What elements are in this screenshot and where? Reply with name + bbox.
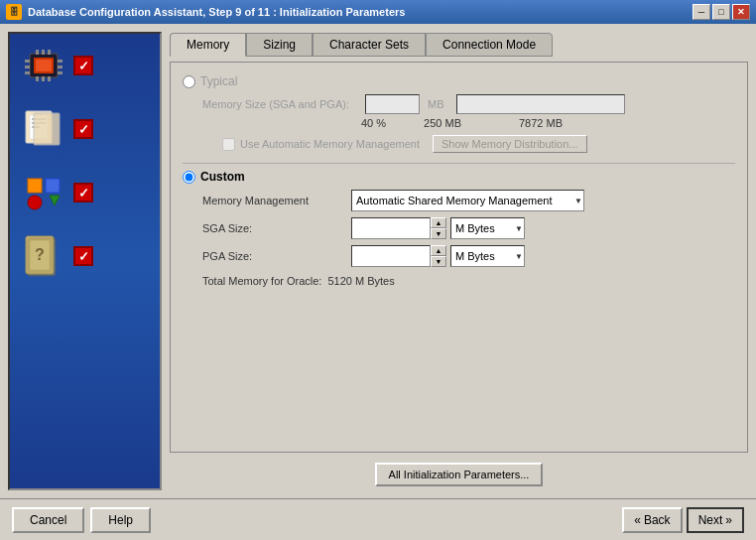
svg-rect-6 <box>36 76 39 81</box>
tab-bar: Memory Sizing Character Sets Connection … <box>170 32 748 56</box>
left-panel: ✓ ✓ <box>8 32 162 490</box>
check-icon-2: ✓ <box>73 119 93 139</box>
tab-charsets[interactable]: Character Sets <box>313 33 426 57</box>
memory-size-row: Memory Size (SGA and PGA): 3148 MB <box>202 94 735 114</box>
left-item-chip: ✓ <box>20 44 150 87</box>
chip-icon <box>20 44 67 87</box>
auto-memory-row: Use Automatic Memory Management Show Mem… <box>222 135 735 153</box>
sga-unit-select[interactable]: M Bytes G Bytes <box>450 217 525 239</box>
svg-rect-14 <box>58 71 63 74</box>
svg-rect-12 <box>58 60 63 63</box>
svg-rect-9 <box>25 60 30 63</box>
tab-memory-content: Typical Memory Size (SGA and PGA): 3148 … <box>170 62 748 453</box>
next-button[interactable]: Next » <box>687 507 744 533</box>
svg-rect-13 <box>58 66 63 68</box>
window-controls: ─ □ ✕ <box>693 4 750 20</box>
svg-rect-10 <box>25 66 30 68</box>
sga-label: SGA Size: <box>202 222 351 234</box>
svg-rect-22 <box>46 179 60 193</box>
svg-rect-11 <box>25 71 30 74</box>
percent-value: 40 % <box>361 117 386 129</box>
custom-radio-label[interactable]: Custom <box>183 170 735 184</box>
sga-unit-wrapper: M Bytes G Bytes <box>446 217 525 239</box>
memory-size-label: Memory Size (SGA and PGA): <box>202 98 361 110</box>
sga-down-btn[interactable]: ▼ <box>431 228 446 239</box>
right-panel: Memory Sizing Character Sets Connection … <box>170 32 748 490</box>
svg-rect-21 <box>28 179 42 193</box>
svg-rect-8 <box>48 76 51 81</box>
maximize-button[interactable]: □ <box>712 4 730 20</box>
check-icon-4: ✓ <box>73 246 93 266</box>
svg-rect-4 <box>42 50 45 55</box>
all-init-params-button[interactable]: All Initialization Parameters... <box>375 463 544 486</box>
svg-rect-2 <box>36 60 52 71</box>
pga-spinner-buttons: ▲ ▼ <box>431 245 446 267</box>
custom-radio[interactable] <box>183 171 195 184</box>
svg-marker-24 <box>50 196 60 205</box>
left-item-docs: ✓ <box>20 107 150 151</box>
typical-section: Typical Memory Size (SGA and PGA): 3148 … <box>183 74 735 153</box>
tab-connection[interactable]: Connection Mode <box>426 33 553 57</box>
svg-point-23 <box>28 196 42 209</box>
tab-memory[interactable]: Memory <box>170 33 246 57</box>
sga-input[interactable]: 4096 <box>351 217 431 239</box>
cancel-button[interactable]: Cancel <box>12 507 84 533</box>
svg-rect-7 <box>42 76 45 81</box>
left-item-db: ✓ <box>20 171 150 214</box>
pga-unit-wrapper: M Bytes G Bytes <box>446 245 525 267</box>
custom-section: Custom Memory Management Automatic Share… <box>183 170 735 287</box>
footer: Cancel Help « Back Next » <box>0 498 756 540</box>
check-icon-1: ✓ <box>73 56 93 75</box>
pga-down-btn[interactable]: ▼ <box>431 256 446 267</box>
min-value: 250 MB <box>424 117 461 129</box>
percent-row: 40 % 250 MB 7872 MB <box>361 117 735 129</box>
back-label: Back <box>644 513 671 527</box>
typical-options: Memory Size (SGA and PGA): 3148 MB 40 % … <box>202 94 735 153</box>
back-chevron-icon: « <box>634 513 641 527</box>
next-label: Next <box>698 513 723 527</box>
memory-mgmt-row: Memory Management Automatic Shared Memor… <box>202 190 735 211</box>
db-barrel-icon <box>20 171 67 214</box>
memory-mgmt-label: Memory Management <box>202 195 351 206</box>
svg-rect-3 <box>36 50 39 55</box>
tab-sizing[interactable]: Sizing <box>246 33 313 57</box>
footer-left: Cancel Help <box>12 507 151 533</box>
svg-rect-5 <box>48 50 51 55</box>
max-value: 7872 MB <box>519 117 563 129</box>
memory-mgmt-select[interactable]: Automatic Shared Memory Management Manua… <box>351 190 584 211</box>
memory-size-input[interactable]: 3148 <box>365 94 420 114</box>
pga-up-btn[interactable]: ▲ <box>431 245 446 256</box>
sga-size-row: SGA Size: 4096 ▲ ▼ M Bytes <box>202 217 735 239</box>
show-memory-btn[interactable]: Show Memory Distribution... <box>433 135 587 153</box>
app-icon: 🗄 <box>6 4 22 20</box>
pga-unit-select[interactable]: M Bytes G Bytes <box>450 245 525 267</box>
svg-rect-20 <box>34 113 60 145</box>
sga-spinner: 4096 ▲ ▼ <box>351 217 446 239</box>
sga-up-btn[interactable]: ▲ <box>431 217 446 228</box>
typical-radio-label[interactable]: Typical <box>183 74 735 88</box>
memory-unit: MB <box>428 98 444 110</box>
pga-label: PGA Size: <box>202 250 351 262</box>
help-button[interactable]: Help <box>90 507 151 533</box>
content-area: ✓ ✓ <box>0 24 756 498</box>
bottom-area: All Initialization Parameters... <box>170 459 748 490</box>
left-item-unknown: ? ✓ <box>20 234 150 278</box>
pga-input[interactable]: 1024 <box>351 245 431 267</box>
pga-spinner: 1024 ▲ ▼ <box>351 245 446 267</box>
memory-mgmt-dropdown-wrapper: Automatic Shared Memory Management Manua… <box>351 190 584 211</box>
minimize-button[interactable]: ─ <box>693 4 710 20</box>
back-button[interactable]: « Back <box>622 507 682 533</box>
typical-radio[interactable] <box>183 75 195 88</box>
total-memory-row: Total Memory for Oracle: 5120 M Bytes <box>202 275 735 287</box>
pga-size-row: PGA Size: 1024 ▲ ▼ M Bytes <box>202 245 735 267</box>
check-icon-3: ✓ <box>73 183 93 202</box>
use-auto-memory-label: Use Automatic Memory Management <box>240 138 420 150</box>
next-chevron-icon: » <box>725 513 732 527</box>
use-auto-memory-checkbox[interactable] <box>222 138 235 151</box>
sga-spinner-buttons: ▲ ▼ <box>431 217 446 239</box>
memory-slider[interactable] <box>456 94 625 114</box>
main-window: ✓ ✓ <box>0 24 756 540</box>
close-button[interactable]: ✕ <box>732 4 750 20</box>
total-value: 5120 M Bytes <box>327 275 394 287</box>
unknown-doc-icon: ? <box>20 234 67 278</box>
